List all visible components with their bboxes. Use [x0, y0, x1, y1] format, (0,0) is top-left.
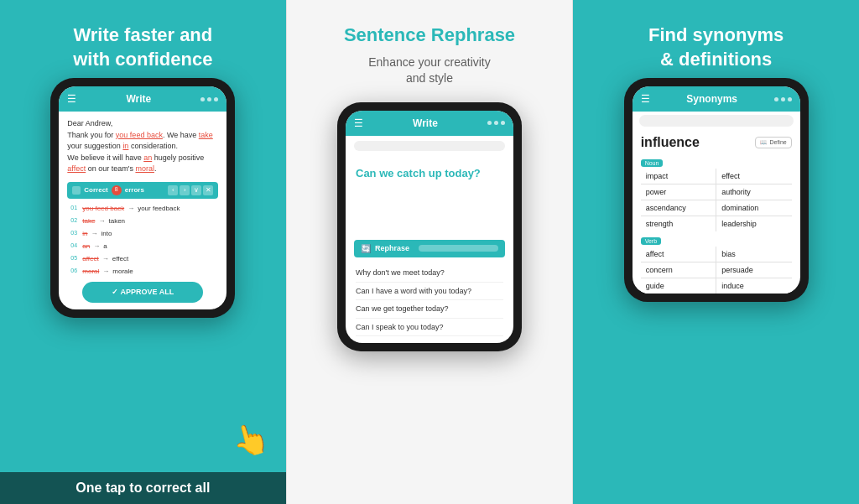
rephrase-bar: 🔄 Rephrase	[354, 240, 505, 257]
rephrase-option-1[interactable]: Why don't we meet today?	[356, 264, 503, 283]
correction-list: 01 you feed back → your feedback 02 take…	[67, 204, 218, 277]
rephrase-option-2[interactable]: Can I have a word with you today?	[356, 283, 503, 301]
phone-header-1: ☰ Write	[59, 86, 226, 112]
verb-pos-badge: Verb	[633, 231, 800, 247]
syn-guide[interactable]: guide	[641, 278, 716, 294]
dot9	[788, 97, 792, 101]
correction-5: 05 affect → effect	[70, 254, 215, 264]
noun-label: Noun	[641, 159, 664, 167]
hamburger-icon: ☰	[67, 93, 76, 105]
panel2-title: Sentence Rephrase	[344, 23, 515, 48]
noun-synonyms-grid: impact effect power authority ascendancy…	[641, 169, 792, 231]
syn-power[interactable]: power	[641, 184, 716, 200]
down-arrow[interactable]: ∨	[191, 185, 201, 195]
rephrase-icon: 🔄	[361, 244, 371, 253]
rephrase-question: Can we catch up today?	[346, 156, 513, 190]
synonyms-search-bar[interactable]	[639, 115, 794, 127]
bottom-label-1: One tap to correct all	[0, 472, 286, 504]
syn-ascendancy[interactable]: ascendancy	[641, 200, 716, 216]
panel2-subtitle: Enhance your creativity and style	[368, 55, 491, 87]
correction-2: 02 take → taken	[70, 216, 215, 226]
hamburger-icon-3: ☰	[641, 93, 650, 105]
syn-strength[interactable]: strength	[641, 216, 716, 231]
correct-icon	[72, 186, 81, 195]
error-affect: affect	[67, 164, 86, 173]
close-arrow[interactable]: ✕	[203, 185, 213, 195]
phone-header-title-2: Write	[413, 117, 438, 129]
error-an: an	[143, 153, 152, 162]
panel-synonyms: Find synonyms & definitions ☰ Synonyms i…	[573, 0, 859, 504]
phone-mockup-3: ☰ Synonyms influence 📖 Define Noun impac…	[624, 78, 809, 302]
phone-header-title-1: Write	[126, 93, 151, 105]
correction-4: 04 an → a	[70, 242, 215, 252]
phone-screen-1: ☰ Write Dear Andrew, Thank you for you f…	[59, 86, 226, 309]
define-button[interactable]: 📖 Define	[755, 137, 791, 148]
rephrase-option-4[interactable]: Can I speak to you today?	[356, 319, 503, 337]
hamburger-icon-2: ☰	[354, 117, 363, 129]
dot6	[501, 121, 505, 125]
rephrase-label: Rephrase	[375, 244, 409, 252]
panel-write-faster: Write faster and with confidence ☰ Write…	[0, 0, 286, 504]
email-content: Dear Andrew, Thank you for you feed back…	[59, 112, 226, 309]
syn-concern[interactable]: concern	[641, 262, 716, 278]
verb-synonyms-grid: affect bias concern persuade guide induc…	[641, 247, 792, 294]
dot4	[487, 121, 492, 125]
dot3	[214, 97, 218, 101]
header-dots-2	[487, 121, 505, 125]
phone-mockup-1: ☰ Write Dear Andrew, Thank you for you f…	[50, 78, 235, 318]
phone-screen-3: ☰ Synonyms influence 📖 Define Noun impac…	[633, 86, 800, 294]
phone-header-title-3: Synonyms	[686, 93, 737, 105]
dot8	[781, 97, 785, 101]
spacer	[346, 190, 513, 240]
next-arrow[interactable]: ›	[180, 185, 190, 195]
correct-bar[interactable]: Correct 8 errors ‹ › ∨ ✕	[67, 182, 218, 199]
syn-affect[interactable]: affect	[641, 247, 716, 262]
rephrase-bar-fill	[419, 245, 498, 252]
phone-mockup-2: ☰ Write Can we catch up today? 🔄 Rephras…	[337, 102, 522, 352]
syn-impact[interactable]: impact	[641, 169, 716, 184]
prev-arrow[interactable]: ‹	[168, 185, 178, 195]
header-dots-1	[200, 97, 218, 101]
search-bar-2	[354, 141, 505, 151]
dot2	[207, 97, 211, 101]
error-in: in	[122, 142, 128, 150]
syn-bias[interactable]: bias	[716, 247, 792, 262]
syn-effect[interactable]: effect	[716, 169, 792, 184]
correction-3: 03 in → into	[70, 229, 215, 239]
approve-all-button[interactable]: ✓ APPROVE ALL	[82, 282, 203, 304]
syn-domination[interactable]: domination	[716, 200, 792, 216]
errors-label: errors	[125, 185, 144, 195]
correction-6: 06 moral → morale	[70, 267, 215, 277]
syn-leadership[interactable]: leadership	[716, 216, 792, 231]
verb-label: Verb	[641, 237, 661, 245]
dot7	[774, 97, 778, 101]
noun-pos-badge: Noun	[633, 153, 800, 169]
rephrase-option-3[interactable]: Can we get together today?	[356, 300, 503, 319]
syn-persuade[interactable]: persuade	[716, 262, 792, 278]
rephrase-options-list: Why don't we meet today? Can I have a wo…	[346, 264, 513, 343]
error-count-badge: 8	[112, 185, 122, 195]
email-text: Dear Andrew, Thank you for you feed back…	[67, 118, 218, 175]
nav-arrows: ‹ › ∨ ✕	[168, 185, 213, 195]
header-dots-3	[774, 97, 792, 101]
panel1-title: Write faster and with confidence	[73, 23, 212, 71]
panel3-title: Find synonyms & definitions	[648, 23, 784, 71]
dot1	[200, 97, 205, 101]
syn-induce[interactable]: induce	[716, 278, 792, 294]
correction-1: 01 you feed back → your feedback	[70, 204, 215, 214]
syn-authority[interactable]: authority	[716, 184, 792, 200]
word-display-area: influence 📖 Define	[633, 130, 800, 153]
correct-bar-label: Correct	[84, 185, 107, 195]
panel-sentence-rephrase: Sentence Rephrase Enhance your creativit…	[286, 0, 574, 504]
error-moral: moral	[135, 164, 154, 173]
hand-pointer-icon: 👆	[227, 418, 273, 462]
error-feedback: you feed back	[116, 131, 163, 139]
phone-header-2: ☰ Write	[346, 111, 513, 136]
phone-header-3: ☰ Synonyms	[633, 86, 800, 112]
error-take: take	[199, 131, 213, 139]
phone-screen-2: ☰ Write Can we catch up today? 🔄 Rephras…	[346, 111, 513, 344]
searched-word: influence	[641, 135, 700, 150]
dot5	[494, 121, 498, 125]
